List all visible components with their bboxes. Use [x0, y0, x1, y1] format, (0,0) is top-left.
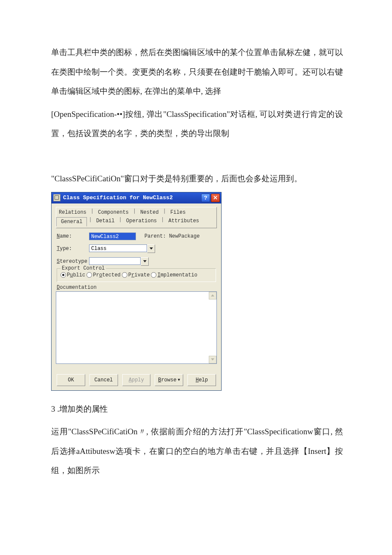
svg-marker-1 — [143, 260, 147, 262]
documentation-textarea[interactable] — [56, 291, 217, 364]
system-menu-icon[interactable] — [53, 194, 61, 201]
type-combo[interactable]: Class — [89, 244, 155, 253]
scroll-down-icon[interactable] — [209, 356, 216, 363]
stereotype-combo[interactable] — [89, 257, 149, 266]
radio-private[interactable]: Private — [122, 272, 150, 278]
parent-label: Parent: NewPackage — [144, 233, 200, 239]
svg-marker-2 — [211, 294, 214, 296]
export-control-group: Export Control Public Protected Private — [57, 268, 216, 282]
stereotype-label: Stereotype — [57, 259, 89, 264]
tab-relations[interactable]: Relations — [56, 208, 89, 217]
radio-implementation[interactable]: Implementatio — [151, 272, 197, 278]
svg-marker-3 — [211, 358, 214, 360]
tab-components[interactable]: Components — [95, 208, 131, 217]
radio-icon — [151, 272, 156, 278]
tab-attributes[interactable]: Attributes — [166, 217, 202, 226]
browse-button[interactable]: Browse▼ — [155, 374, 183, 386]
parent-value: NewPackage — [169, 233, 200, 239]
radio-icon — [122, 272, 127, 278]
svg-marker-0 — [150, 247, 153, 250]
name-input[interactable]: NewClass2 — [89, 232, 136, 240]
documentation-label: Documentation — [57, 285, 217, 291]
tab-files[interactable]: Files — [168, 208, 188, 217]
class-spec-dialog: Class Specification for NewClass2 ? ✕ Re… — [51, 192, 222, 391]
ok-button[interactable]: OK — [57, 374, 85, 386]
paragraph-2: [OpenSpecification-••]按纽, 弹出"ClassSpecif… — [51, 105, 343, 143]
name-label: Name: — [57, 233, 89, 239]
help-title-button[interactable]: ? — [201, 194, 210, 202]
export-control-label: Export Control — [61, 265, 106, 271]
cancel-button[interactable]: Cancel — [89, 374, 118, 386]
tabs-row-1: Relations | Components | Nested | Files — [56, 208, 216, 217]
tab-operations[interactable]: Operations — [124, 217, 159, 226]
radio-public[interactable]: Public — [61, 272, 85, 278]
chevron-down-icon[interactable] — [147, 244, 155, 253]
tab-general[interactable]: General — [56, 217, 87, 227]
radio-protected[interactable]: Protected — [86, 272, 121, 278]
close-icon[interactable]: ✕ — [211, 194, 220, 202]
paragraph-4: 3 .增加类的属性 — [51, 399, 343, 419]
paragraph-3: "ClassSPeCifiCatiOn"窗口对于类是特别重要的，后面也会多处运用… — [51, 169, 343, 189]
type-value[interactable]: Class — [89, 244, 147, 252]
radio-icon — [86, 272, 92, 278]
titlebar: Class Specification for NewClass2 ? ✕ — [52, 192, 221, 203]
chevron-down-icon[interactable] — [141, 257, 149, 266]
paragraph-1: 单击工具栏中类的图标，然后在类图编辑区域中的某个位置单击鼠标左健，就可以在类图中… — [51, 43, 343, 101]
type-label: Type: — [57, 246, 89, 252]
radio-icon — [61, 272, 66, 278]
stereotype-value[interactable] — [89, 257, 141, 265]
apply-button[interactable]: Apply — [122, 374, 151, 386]
tab-nested[interactable]: Nested — [138, 208, 161, 217]
help-button[interactable]: Help — [187, 374, 216, 386]
scroll-up-icon[interactable] — [209, 292, 216, 299]
tab-detail[interactable]: Detail — [94, 217, 117, 226]
tabs-row-2: General | Detail | Operations | Attribut… — [56, 217, 216, 226]
window-title: Class Specification for NewClass2 — [63, 195, 200, 201]
paragraph-5: 运用"ClassSPeCifiCatiOn〃, 依据前面介绍的方法打开"Clas… — [51, 422, 343, 480]
